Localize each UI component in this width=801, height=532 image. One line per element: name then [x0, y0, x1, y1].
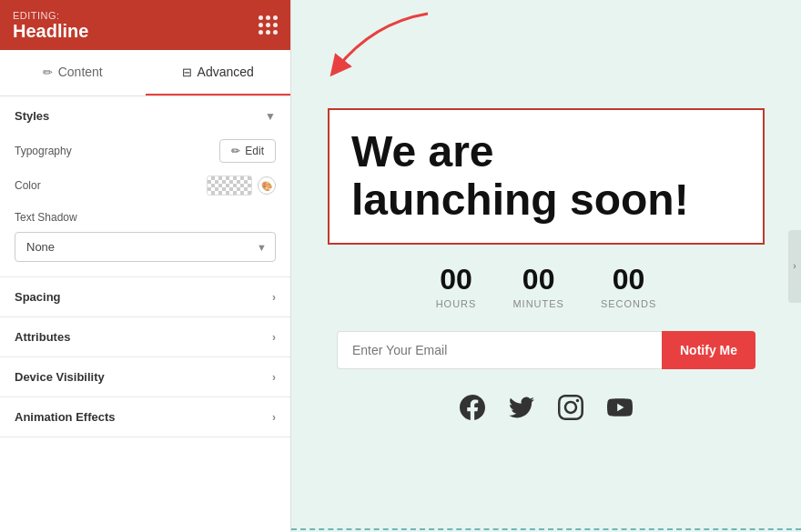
styles-chevron-icon: ▼ [265, 110, 276, 123]
color-row: Color 🎨 [15, 176, 276, 196]
headline-text: We arelaunching soon! [351, 128, 741, 225]
spacing-label: Spacing [15, 290, 61, 304]
shadow-select-wrapper: None Light Medium Heavy ▼ [15, 232, 276, 262]
seconds-value: 00 [601, 263, 656, 296]
editing-label: EDITING: [13, 10, 88, 21]
animation-effects-section: Animation Effects › [0, 397, 290, 437]
bottom-dashed-line [291, 528, 801, 532]
panel-tabs: ✏ Content ⊟ Advanced [0, 50, 290, 96]
styles-section-header[interactable]: Styles ▼ [0, 96, 290, 136]
facebook-icon[interactable] [456, 391, 489, 424]
twitter-icon[interactable] [505, 391, 538, 424]
shadow-select[interactable]: None Light Medium Heavy [15, 232, 276, 262]
typography-edit-button[interactable]: ✏ Edit [219, 139, 276, 163]
text-shadow-label: Text Shadow [15, 211, 77, 224]
text-shadow-row: Text Shadow None Light Medium Heavy ▼ [15, 208, 276, 262]
attributes-section-header[interactable]: Attributes › [0, 317, 290, 356]
minutes-value: 00 [512, 263, 564, 296]
typography-label: Typography [15, 145, 72, 157]
spacing-section-header[interactable]: Spacing › [0, 277, 290, 316]
social-icons [456, 391, 636, 424]
editing-info: EDITING: Headline [13, 10, 88, 41]
right-scroll-indicator[interactable]: › [788, 230, 801, 303]
seconds-label: SECONDS [601, 298, 656, 309]
spacing-chevron-icon: › [272, 291, 276, 304]
animation-effects-chevron-icon: › [272, 411, 276, 424]
tab-content-label: Content [58, 65, 103, 79]
hours-label: HOURS [436, 298, 477, 309]
email-input[interactable] [337, 331, 662, 369]
styles-content: Typography ✏ Edit Color 🎨 Text Shadow [0, 136, 290, 276]
countdown-hours: 00 HOURS [436, 263, 477, 309]
styles-label: Styles [15, 109, 49, 123]
attributes-label: Attributes [15, 330, 70, 344]
device-visibility-section: Device Visibility › [0, 357, 290, 397]
minutes-label: MINUTES [512, 298, 564, 309]
attributes-section: Attributes › [0, 317, 290, 357]
countdown-minutes: 00 MINUTES [512, 263, 564, 309]
styles-section: Styles ▼ Typography ✏ Edit Color 🎨 [0, 96, 290, 277]
color-swatch: 🎨 [207, 176, 276, 196]
left-panel: EDITING: Headline ✏ Content ⊟ Advanced S… [0, 0, 291, 532]
pencil-small-icon: ✏ [231, 145, 240, 157]
tab-content[interactable]: ✏ Content [0, 50, 146, 95]
edit-label: Edit [245, 145, 264, 157]
animation-effects-label: Animation Effects [15, 410, 116, 424]
instagram-icon[interactable] [554, 391, 587, 424]
animation-effects-section-header[interactable]: Animation Effects › [0, 397, 290, 437]
sliders-icon: ⊟ [182, 65, 192, 79]
editing-title: Headline [13, 21, 88, 41]
editing-header: EDITING: Headline [0, 0, 290, 50]
typography-row: Typography ✏ Edit [15, 139, 276, 163]
countdown-seconds: 00 SECONDS [601, 263, 656, 309]
device-visibility-section-header[interactable]: Device Visibility › [0, 357, 290, 396]
countdown-widget: 00 HOURS 00 MINUTES 00 SECONDS [436, 263, 657, 309]
tab-advanced-label: Advanced [198, 65, 254, 79]
spacing-section: Spacing › [0, 277, 290, 317]
youtube-icon[interactable] [603, 391, 636, 424]
device-visibility-label: Device Visibility [15, 370, 105, 384]
color-picker-swatch[interactable] [207, 176, 252, 196]
attributes-chevron-icon: › [272, 331, 276, 344]
drag-handle-icon[interactable] [259, 15, 278, 35]
tab-advanced[interactable]: ⊟ Advanced [146, 50, 291, 95]
hours-value: 00 [436, 263, 477, 296]
right-panel: We arelaunching soon! 00 HOURS 00 MINUTE… [291, 0, 801, 532]
device-visibility-chevron-icon: › [272, 371, 276, 384]
color-label: Color [15, 179, 41, 192]
pencil-icon: ✏ [43, 65, 53, 79]
headline-widget[interactable]: We arelaunching soon! [328, 108, 765, 245]
palette-icon[interactable]: 🎨 [258, 176, 276, 195]
canvas-area: We arelaunching soon! 00 HOURS 00 MINUTE… [291, 0, 801, 532]
email-row: Notify Me [337, 331, 755, 369]
notify-button[interactable]: Notify Me [662, 331, 755, 369]
